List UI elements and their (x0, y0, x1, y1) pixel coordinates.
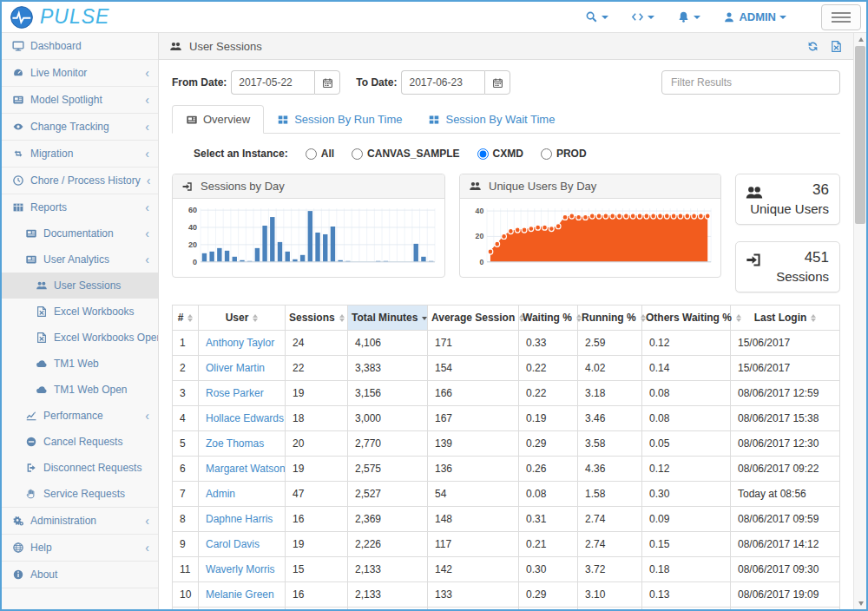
user-link[interactable]: Melanie Green (206, 588, 274, 601)
users-icon (745, 183, 764, 202)
sidebar-item-user-sessions[interactable]: User Sessions (2, 273, 158, 299)
user-link[interactable]: Zoe Thomas (206, 437, 264, 450)
sidebar-item-tm1-web-open[interactable]: TM1 Web Open (2, 377, 158, 403)
sidebar-item-label: Documentation (43, 227, 114, 240)
cell: 15/06/2017 (731, 356, 840, 381)
user-link[interactable]: Daphne Harris (206, 513, 273, 525)
column-header-user[interactable]: User (199, 306, 286, 331)
instance-radio-cxmd[interactable]: CXMD (477, 148, 523, 160)
sidebar-item-dashboard[interactable]: Dashboard (2, 33, 158, 59)
excel-export-icon[interactable] (830, 40, 843, 53)
admin-menu[interactable]: ADMIN (723, 10, 786, 23)
to-date-calendar-button[interactable] (484, 70, 510, 95)
column-header-average-session[interactable]: Average Session (428, 306, 519, 331)
user-link[interactable]: Rose Parker (206, 387, 264, 399)
tab-session-by-wait-time[interactable]: Session By Wait Time (415, 105, 568, 134)
tab-label: Overview (203, 113, 250, 126)
chevron-left-icon: ‹ (145, 411, 149, 420)
sidebar-item-documentation[interactable]: Documentation‹ (2, 220, 158, 246)
cell: 166 (428, 381, 519, 406)
column-header-last-login[interactable]: Last Login (731, 306, 840, 331)
radio-input[interactable] (306, 148, 317, 160)
sidebar-item-tm1-web[interactable]: TM1 Web (2, 351, 158, 377)
table-row: 4Hollace Edwards183,0001670.193.460.0808… (173, 406, 840, 431)
from-date-calendar-button[interactable] (314, 70, 340, 95)
users-icon (169, 40, 182, 53)
unique-users-stat-card[interactable]: 36 Unique Users (735, 174, 840, 225)
notifications-menu[interactable] (677, 10, 700, 23)
user-link[interactable]: Admin (206, 488, 235, 500)
admin-label: ADMIN (739, 10, 776, 23)
column-header-total-minutes[interactable]: Total Minutes (348, 306, 428, 331)
sidebar-item-help[interactable]: Help‹ (2, 534, 158, 561)
to-date-input[interactable] (401, 70, 484, 95)
sidebar-item-live-monitor[interactable]: Live Monitor‹ (2, 59, 158, 86)
radio-input[interactable] (541, 148, 552, 160)
user-link[interactable]: Oliver Martin (206, 362, 265, 374)
cell: 9 (173, 532, 199, 557)
app-logo[interactable]: PULSE (10, 5, 156, 29)
scroll-down-arrow[interactable] (854, 597, 867, 609)
vertical-scrollbar[interactable] (853, 33, 866, 609)
column-header-running[interactable]: Running % (578, 306, 642, 331)
sidebar-item-about[interactable]: About (2, 561, 158, 588)
cell: 3,000 (348, 406, 428, 431)
cell: 0.30 (642, 482, 731, 507)
calendar-icon (322, 77, 333, 89)
cell: 15/06/2017 (731, 331, 840, 356)
column-header-others-waiting[interactable]: Others Waiting % (642, 306, 731, 331)
sidebar-item-administration[interactable]: Administration‹ (2, 507, 158, 534)
instance-radio-prod[interactable]: PROD (541, 148, 587, 160)
cell: 19 (286, 457, 348, 482)
instance-radio-canvas-sample[interactable]: CANVAS_SAMPLE (352, 148, 459, 160)
cell: 08/06/2017 12:30 (731, 431, 840, 457)
sidebar-item-excel-workbooks-open[interactable]: Excel Workbooks Open (2, 325, 158, 351)
user-link[interactable]: Anthony Taylor (206, 337, 274, 349)
scrollbar-thumb[interactable] (855, 46, 865, 224)
sidebar-item-performance[interactable]: Performance‹ (2, 403, 158, 429)
scroll-up-arrow[interactable] (854, 33, 867, 45)
sidebar-item-chore-process-history[interactable]: Chore / Process History‹ (2, 167, 158, 194)
sidebar-item-label: Performance (43, 410, 103, 422)
user-link[interactable]: Waverly Morris (206, 563, 275, 575)
sidebar-item-disconnect-requests[interactable]: Disconnect Requests (2, 455, 158, 481)
cell: 18 (286, 406, 348, 431)
sessions-stat-card[interactable]: 451 Sessions (735, 241, 840, 292)
code-menu[interactable] (631, 10, 654, 23)
sidebar-item-cancel-requests[interactable]: Cancel Requests (2, 429, 158, 455)
sidebar-item-reports[interactable]: Reports‹ (2, 194, 158, 220)
sidebar-item-label: Excel Workbooks Open (54, 332, 159, 344)
cell: 08/06/2017 19:09 (731, 582, 840, 608)
sidebar-item-service-requests[interactable]: Service Requests (2, 481, 158, 507)
user-cell: Admin (199, 482, 286, 507)
page-title: User Sessions (189, 40, 262, 53)
cell: 15 (286, 557, 348, 582)
chart-line-icon (25, 410, 37, 422)
hamburger-menu-button[interactable] (821, 4, 861, 30)
cell: 6 (173, 457, 199, 482)
refresh-icon[interactable] (806, 40, 819, 53)
cell: 0.08 (519, 482, 578, 507)
column-header-waiting[interactable]: Waiting % (519, 306, 578, 331)
column-header-[interactable]: # (173, 306, 199, 331)
tab-overview[interactable]: Overview (172, 105, 264, 134)
user-link[interactable]: Carol Davis (206, 538, 260, 550)
sidebar-item-model-spotlight[interactable]: Model Spotlight‹ (2, 86, 158, 113)
user-link[interactable]: Hollace Edwards (206, 412, 284, 424)
sidebar-item-migration[interactable]: Migration‹ (2, 140, 158, 167)
cell: 2,527 (348, 482, 428, 507)
sidebar-item-change-tracking[interactable]: Change Tracking‹ (2, 113, 158, 140)
column-header-sessions[interactable]: Sessions (286, 306, 348, 331)
sidebar-item-user-analytics[interactable]: User Analytics‹ (2, 246, 158, 273)
radio-input[interactable] (352, 148, 363, 160)
table-row: 6Margaret Watson192,5751360.264.360.1208… (173, 457, 840, 482)
sidebar-item-excel-workbooks[interactable]: Excel Workbooks (2, 299, 158, 325)
radio-input[interactable] (477, 148, 489, 160)
search-menu[interactable] (585, 10, 608, 23)
filter-results-input[interactable] (661, 70, 840, 95)
user-link[interactable]: Margaret Watson (206, 463, 286, 475)
tab-session-by-run-time[interactable]: Session By Run Time (264, 105, 415, 134)
cell: 16 (286, 507, 348, 532)
from-date-input[interactable] (231, 70, 314, 95)
instance-radio-all[interactable]: All (306, 148, 334, 160)
